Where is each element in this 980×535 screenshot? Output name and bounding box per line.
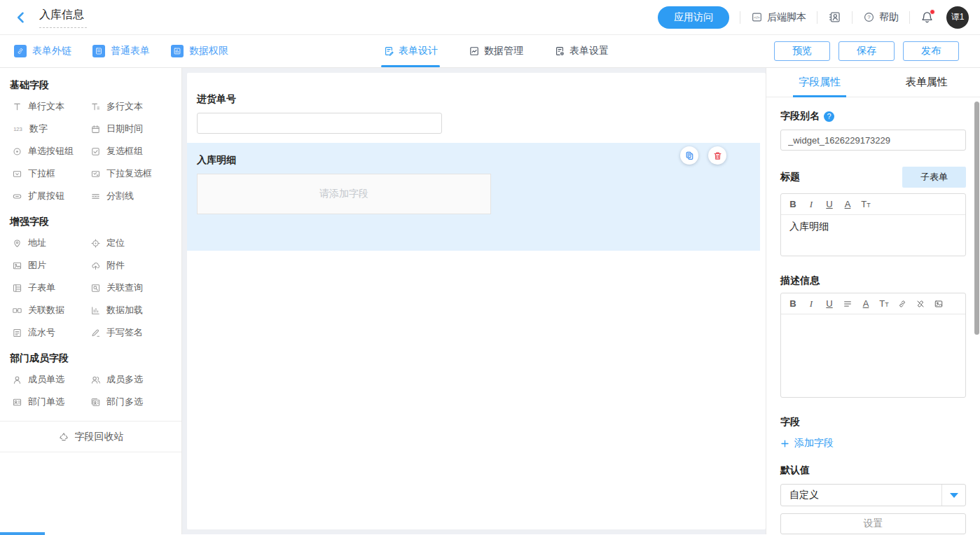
help-item[interactable]: ? 帮助 bbox=[863, 11, 899, 24]
form-mode-tab-1[interactable]: 表单外链 bbox=[14, 45, 71, 57]
form-mode-tab-label: 数据权限 bbox=[189, 45, 228, 57]
palette-item-select[interactable]: 下拉框 bbox=[12, 162, 90, 185]
palette-item-radio-group[interactable]: 单选按钮组 bbox=[12, 140, 90, 162]
underline-icon[interactable]: U bbox=[820, 195, 838, 214]
publish-button[interactable]: 发布 bbox=[903, 41, 959, 61]
alias-help-icon[interactable]: ? bbox=[824, 111, 834, 122]
palette-item-multi-line-text[interactable]: 多行文本 bbox=[90, 95, 169, 118]
palette-item-attachment[interactable]: 附件 bbox=[90, 254, 169, 277]
palette-item-linked-data[interactable]: 关联数据 bbox=[12, 299, 90, 321]
copy-widget-button[interactable] bbox=[680, 146, 698, 165]
palette-item-subform[interactable]: 子表单 bbox=[12, 277, 90, 299]
add-field-button[interactable]: 添加字段 bbox=[780, 437, 966, 450]
font-size-icon[interactable]: TT bbox=[875, 294, 893, 314]
description-editor-content[interactable] bbox=[781, 314, 965, 397]
number-icon: 123 bbox=[12, 123, 24, 135]
default-value-select[interactable]: 自定义 bbox=[780, 484, 966, 506]
tab-field-properties[interactable]: 字段属性 bbox=[766, 68, 874, 97]
subform-widget-selected[interactable]: 入库明细 请添加字段 bbox=[187, 143, 760, 251]
copy-icon bbox=[684, 151, 695, 161]
form-view-tab-label: 表单设计 bbox=[399, 45, 438, 57]
widget-type-badge: 子表单 bbox=[902, 167, 966, 188]
page-title[interactable]: 入库信息 bbox=[39, 6, 87, 28]
link-icon[interactable] bbox=[893, 294, 911, 314]
palette-item-label: 手写签名 bbox=[106, 326, 143, 339]
palette-item-image-field[interactable]: 图片 bbox=[12, 254, 90, 277]
serial-number-icon bbox=[12, 328, 22, 338]
font-size-icon[interactable]: TT bbox=[857, 195, 875, 214]
palette-item-signature[interactable]: 手写签名 bbox=[90, 321, 169, 344]
palette-item-address[interactable]: 地址 bbox=[12, 232, 90, 254]
preview-button[interactable]: 预览 bbox=[774, 41, 830, 61]
palette-item-checkbox-group[interactable]: 复选框组 bbox=[90, 140, 169, 162]
canvas-background: 进货单号 入库明细 请添加字段 bbox=[182, 68, 766, 534]
default-settings-button[interactable]: 设置 bbox=[780, 513, 966, 534]
sidebar-hscrollbar-thumb[interactable] bbox=[0, 532, 45, 535]
palette-item-member-multi[interactable]: 成员多选 bbox=[90, 368, 169, 391]
palette-item-serial-number[interactable]: 流水号 bbox=[12, 321, 90, 344]
italic-icon[interactable]: I bbox=[802, 294, 820, 314]
description-editor-toolbar: BIUATT bbox=[781, 293, 965, 314]
member-multi-icon bbox=[90, 375, 101, 385]
form-mode-tab-3[interactable]: 数据权限 bbox=[171, 45, 228, 57]
backend-script-item[interactable]: </> 后端脚本 bbox=[751, 11, 806, 24]
form-view-tab-2[interactable]: 数据管理 bbox=[469, 35, 523, 67]
palette-item-label: 复选框组 bbox=[106, 145, 143, 158]
back-button[interactable] bbox=[14, 11, 28, 25]
form-view-tab-3[interactable]: 表单设置 bbox=[554, 35, 609, 67]
app-access-button[interactable]: 应用访问 bbox=[658, 6, 729, 29]
insert-image-icon[interactable] bbox=[930, 294, 948, 314]
title-editor-content[interactable]: 入库明细 bbox=[781, 215, 965, 256]
data-load-icon bbox=[90, 305, 101, 316]
palette-item-member-single[interactable]: 成员单选 bbox=[12, 368, 90, 391]
form-view-tab-1[interactable]: 表单设计 bbox=[383, 35, 438, 67]
plus-icon bbox=[780, 439, 789, 448]
alias-label: 字段别名 bbox=[780, 110, 820, 123]
checkbox-group-icon bbox=[90, 146, 101, 157]
palette-item-expand-button[interactable]: 扩展按钮 bbox=[12, 185, 90, 207]
palette-item-linked-query[interactable]: 关联查询 bbox=[90, 277, 169, 299]
panel-scrollbar-thumb[interactable] bbox=[974, 102, 979, 335]
field-recycle-bin[interactable]: 字段回收站 bbox=[0, 421, 181, 452]
palette-item-dept-single[interactable]: 部门单选 bbox=[12, 391, 90, 413]
palette-item-divider-line[interactable]: 分割线 bbox=[90, 185, 169, 207]
palette-item-number[interactable]: 123数字 bbox=[12, 118, 90, 140]
member-single-icon bbox=[12, 375, 22, 385]
address-book-item[interactable] bbox=[828, 11, 841, 24]
divider bbox=[817, 11, 817, 24]
divider bbox=[852, 11, 853, 24]
tab-form-properties[interactable]: 表单属性 bbox=[874, 68, 980, 97]
palette-item-multi-select[interactable]: 下拉复选框 bbox=[90, 162, 169, 185]
address-book-icon bbox=[828, 11, 841, 24]
delete-widget-button[interactable] bbox=[708, 146, 726, 165]
top-header: 入库信息 应用访问 </> 后端脚本 ? 帮助 谭1 bbox=[0, 0, 980, 35]
palette-item-datetime[interactable]: 日期时间 bbox=[90, 118, 169, 140]
help-icon: ? bbox=[863, 11, 875, 23]
italic-icon[interactable]: I bbox=[802, 195, 820, 214]
alias-input[interactable] bbox=[780, 130, 966, 151]
save-button[interactable]: 保存 bbox=[838, 41, 895, 61]
palette-item-dept-multi[interactable]: 部门多选 bbox=[90, 391, 169, 413]
palette-item-data-load[interactable]: 数据加载 bbox=[90, 299, 169, 321]
subform-drop-zone[interactable]: 请添加字段 bbox=[197, 174, 491, 214]
notifications-button[interactable] bbox=[920, 11, 934, 24]
palette-item-label: 部门多选 bbox=[106, 396, 143, 408]
font-color-icon[interactable]: A bbox=[857, 294, 875, 314]
unlink-icon[interactable] bbox=[911, 294, 930, 314]
align-icon[interactable] bbox=[838, 294, 857, 314]
bold-icon[interactable]: B bbox=[784, 294, 802, 314]
palette-item-single-line-text[interactable]: 单行文本 bbox=[12, 95, 90, 118]
signature-icon bbox=[90, 328, 101, 338]
purchase-number-input[interactable] bbox=[197, 113, 442, 134]
multi-line-text-icon bbox=[90, 102, 101, 112]
palette-group-title: 基础字段 bbox=[10, 79, 181, 92]
avatar[interactable]: 谭1 bbox=[946, 6, 969, 29]
bold-icon[interactable]: B bbox=[784, 195, 802, 214]
select-caret-zone[interactable] bbox=[941, 485, 965, 506]
palette-group: 单行文本多行文本123数字日期时间单选按钮组复选框组下拉框下拉复选框扩展按钮分割… bbox=[12, 95, 181, 207]
form-mode-tab-2[interactable]: 普通表单 bbox=[92, 45, 150, 57]
font-color-icon[interactable]: A bbox=[838, 195, 857, 214]
palette-item-location[interactable]: 定位 bbox=[90, 232, 169, 254]
underline-icon[interactable]: U bbox=[820, 294, 838, 314]
palette-group: 地址定位图片附件子表单关联查询关联数据数据加载流水号手写签名 bbox=[12, 232, 181, 344]
